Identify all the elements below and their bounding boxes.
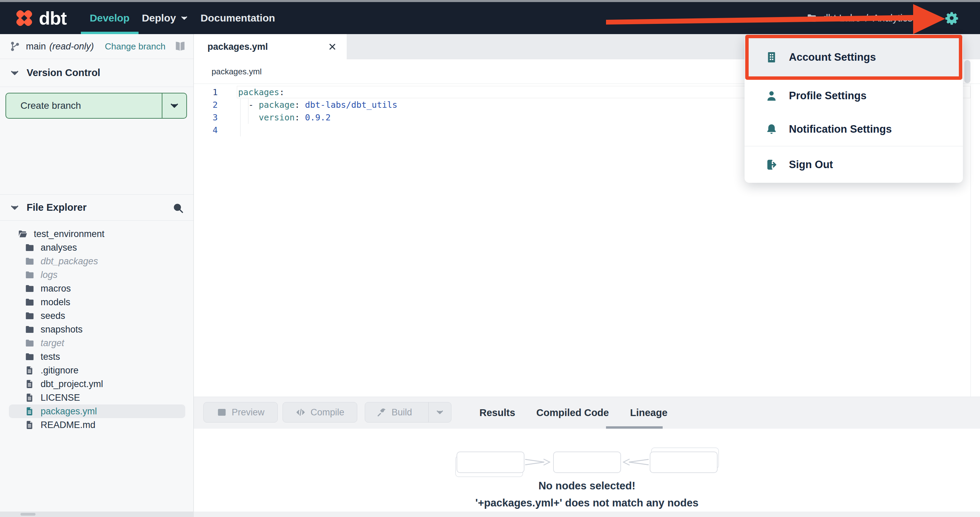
create-branch-dropdown-toggle[interactable] <box>162 94 186 118</box>
tree-item-test-environment[interactable]: test_environment <box>9 227 185 241</box>
tree-item-label: README.md <box>41 420 95 430</box>
project-name: Analytics <box>873 13 912 24</box>
nav-item-label: Documentation <box>200 12 275 24</box>
tree-item-models[interactable]: models <box>9 295 185 309</box>
folder-icon <box>25 311 35 321</box>
tree-item-analyses[interactable]: analyses <box>9 241 185 254</box>
folder-icon <box>25 338 35 348</box>
tree-item-label: logs <box>41 270 58 280</box>
tree-item-label: snapshots <box>41 324 83 335</box>
file-icon <box>25 420 35 430</box>
nav-item-documentation[interactable]: Documentation <box>200 2 275 34</box>
chevron-down-icon <box>169 101 180 111</box>
tree-item-label: seeds <box>41 311 65 321</box>
folder-icon <box>25 297 35 307</box>
lineage-empty-message: '+packages.yml+' does not match any node… <box>194 497 980 509</box>
account-area[interactable]: dbt Labs / Analytics <box>806 2 959 34</box>
change-branch-link[interactable]: Change branch <box>105 41 165 52</box>
tree-item-license[interactable]: LICENSE <box>9 391 185 404</box>
file-icon <box>25 379 35 389</box>
menu-item-sign-out[interactable]: Sign Out <box>745 146 963 183</box>
tree-item-snapshots[interactable]: snapshots <box>9 323 185 336</box>
bell-icon <box>765 123 778 136</box>
sign-out-icon <box>765 158 778 171</box>
menu-item-notification-settings[interactable]: Notification Settings <box>745 113 963 146</box>
tree-item-macros[interactable]: macros <box>9 282 185 295</box>
version-control-header[interactable]: Version Control <box>0 59 194 87</box>
help-icon[interactable] <box>920 12 932 24</box>
panel-tab-results[interactable]: Results <box>479 407 515 419</box>
nav-item-deploy[interactable]: Deploy <box>142 2 188 34</box>
code-text: - package: dbt-labs/dbt_utils <box>238 98 398 111</box>
file-tree: test_environmentanalysesdbt_packageslogs… <box>0 227 194 432</box>
panel-tab-compiled-code[interactable]: Compiled Code <box>536 407 609 419</box>
tree-item-tests[interactable]: tests <box>9 350 185 363</box>
folder-icon <box>25 324 35 335</box>
org-project-separator: / <box>865 13 868 24</box>
create-branch-button[interactable]: Create branch <box>5 93 187 119</box>
tree-item-readme-md[interactable]: README.md <box>9 418 185 432</box>
nav-item-develop[interactable]: Develop <box>90 2 130 34</box>
tree-item-label: packages.yml <box>41 406 97 417</box>
folder-icon <box>25 283 35 293</box>
tree-item-label: test_environment <box>34 229 104 239</box>
indent-guide <box>248 98 248 124</box>
tab-packages-yml[interactable]: packages.yml <box>194 34 347 59</box>
lineage-skeleton-node <box>553 452 621 473</box>
line-number: 2 <box>194 98 218 111</box>
building-icon <box>765 51 778 64</box>
file-explorer-header[interactable]: File Explorer <box>0 194 194 220</box>
lineage-connector-arrow <box>619 455 650 469</box>
settings-gear-icon[interactable] <box>945 11 959 25</box>
tab-label: packages.yml <box>207 41 268 52</box>
panel-bottom-strip <box>194 512 980 517</box>
lineage-connector-arrow <box>525 455 554 469</box>
tree-item-label: dbt_packages <box>41 256 98 267</box>
indent-guide <box>240 98 240 136</box>
menu-item-label: Sign Out <box>789 159 833 171</box>
sidebar-scrollbar-track[interactable] <box>0 512 194 517</box>
line-number: 4 <box>194 124 218 136</box>
folder-open-icon <box>18 229 28 239</box>
lineage-skeleton-node <box>457 452 525 473</box>
scrollbar-thumb[interactable] <box>21 513 35 515</box>
search-icon[interactable] <box>172 202 184 214</box>
tree-item-label: analyses <box>41 243 77 253</box>
tree-item-label: dbt_project.yml <box>41 379 103 389</box>
nav-links: DevelopDeployDocumentation <box>90 2 287 34</box>
nav-item-label: Develop <box>90 12 130 24</box>
tree-item-packages-yml[interactable]: packages.yml <box>9 404 185 418</box>
tree-item-label: target <box>41 338 64 349</box>
menu-item-profile-settings[interactable]: Profile Settings <box>745 79 963 113</box>
tree-item-gitignore[interactable]: .gitignore <box>9 363 185 377</box>
docs-book-icon[interactable] <box>174 40 187 53</box>
tree-item-dbt-packages[interactable]: dbt_packages <box>9 254 185 268</box>
dbt-logo[interactable]: dbt <box>14 8 67 29</box>
file-icon <box>25 365 35 376</box>
nav-item-label: Deploy <box>142 12 176 24</box>
user-settings-menu: Account SettingsProfile SettingsNotifica… <box>745 35 963 183</box>
branch-mode: (read-only) <box>49 41 94 52</box>
lineage-panel: No nodes selected! '+packages.yml+' does… <box>194 429 980 512</box>
tree-item-target[interactable]: target <box>9 336 185 350</box>
file-icon <box>25 393 35 403</box>
dbt-logo-icon <box>14 8 35 29</box>
right-panel-handle[interactable] <box>964 60 970 83</box>
menu-item-account-settings[interactable]: Account Settings <box>745 35 963 79</box>
user-icon <box>765 89 778 102</box>
tree-item-logs[interactable]: logs <box>9 268 185 282</box>
folder-icon <box>25 270 35 280</box>
branch-row: main (read-only) Change branch <box>0 34 194 59</box>
close-icon[interactable] <box>328 42 337 51</box>
chevron-down-icon <box>180 14 188 22</box>
tree-item-seeds[interactable]: seeds <box>9 309 185 323</box>
panel-tab-lineage[interactable]: Lineage <box>630 407 667 419</box>
line-number: 1 <box>194 86 218 98</box>
dbt-cloud-ide: dbt DevelopDeployDocumentation dbt Labs … <box>0 0 980 517</box>
file-icon <box>25 406 35 416</box>
line-number: 3 <box>194 111 218 124</box>
tree-item-dbt-project-yml[interactable]: dbt_project.yml <box>9 377 185 391</box>
tree-item-label: macros <box>41 283 71 294</box>
org-project-breadcrumb: dbt Labs / Analytics <box>823 13 912 24</box>
editor-scroll-gutter <box>970 84 971 396</box>
